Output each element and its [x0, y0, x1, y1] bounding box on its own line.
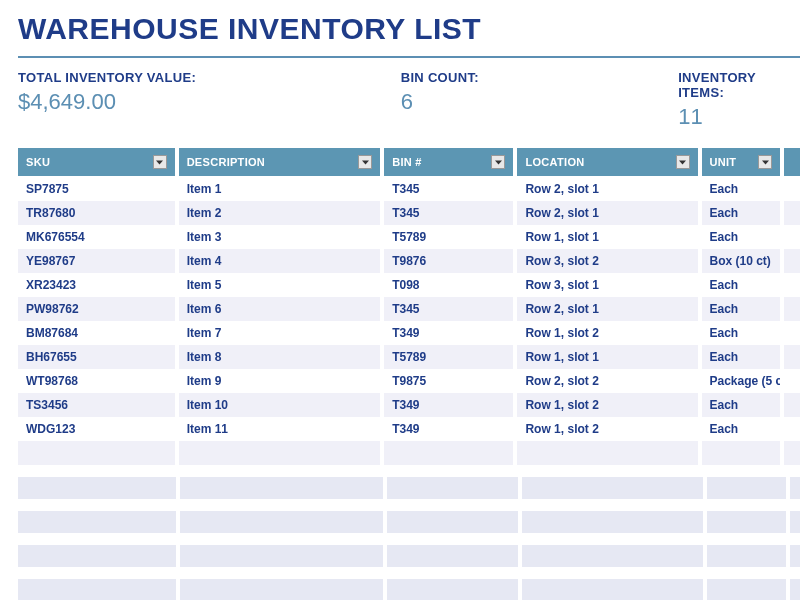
summary-inventory-items: INVENTORY ITEMS: 11: [678, 70, 800, 130]
table-cell[interactable]: Each: [702, 417, 781, 441]
table-cell[interactable]: Each: [702, 273, 781, 297]
table-cell[interactable]: [784, 201, 800, 225]
column-header-bin[interactable]: BIN #: [384, 148, 513, 176]
filter-dropdown-icon[interactable]: [153, 155, 167, 169]
table-row[interactable]: TR87680Item 2T345Row 2, slot 1Each: [18, 201, 800, 225]
table-cell[interactable]: Each: [702, 321, 781, 345]
table-cell[interactable]: Row 1, slot 2: [517, 393, 697, 417]
table-row[interactable]: WDG123Item 11T349Row 1, slot 2Each: [18, 417, 800, 441]
table-cell[interactable]: WT98768: [18, 369, 175, 393]
filter-dropdown-icon[interactable]: [758, 155, 772, 169]
table-cell[interactable]: Item 3: [179, 225, 381, 249]
table-cell[interactable]: T9876: [384, 249, 513, 273]
table-row[interactable]: MK676554Item 3T5789Row 1, slot 1Each: [18, 225, 800, 249]
table-cell[interactable]: Row 1, slot 2: [517, 417, 697, 441]
table-cell[interactable]: Each: [702, 225, 781, 249]
empty-cell: [707, 579, 786, 600]
table-cell[interactable]: WDG123: [18, 417, 175, 441]
table-row[interactable]: PW98762Item 6T345Row 2, slot 1Each: [18, 297, 800, 321]
table-cell[interactable]: MK676554: [18, 225, 175, 249]
table-cell[interactable]: Row 2, slot 1: [517, 201, 697, 225]
column-header-sku[interactable]: SKU: [18, 148, 175, 176]
table-cell[interactable]: PW98762: [18, 297, 175, 321]
empty-cell: [387, 579, 517, 600]
table-cell[interactable]: [784, 417, 800, 441]
filter-dropdown-icon[interactable]: [491, 155, 505, 169]
table-cell[interactable]: YE98767: [18, 249, 175, 273]
table-row[interactable]: SP7875Item 1T345Row 2, slot 1Each: [18, 177, 800, 201]
table-cell[interactable]: T349: [384, 417, 513, 441]
table-cell[interactable]: [784, 249, 800, 273]
table-cell[interactable]: Item 9: [179, 369, 381, 393]
table-cell[interactable]: Row 1, slot 1: [517, 345, 697, 369]
table-cell[interactable]: Item 4: [179, 249, 381, 273]
empty-cell: [180, 511, 383, 533]
table-cell[interactable]: Item 1: [179, 177, 381, 201]
table-cell[interactable]: Item 7: [179, 321, 381, 345]
table-cell[interactable]: [784, 369, 800, 393]
table-cell[interactable]: Item 6: [179, 297, 381, 321]
table-row[interactable]: WT98768Item 9T9875Row 2, slot 2Package (…: [18, 369, 800, 393]
table-cell[interactable]: Item 2: [179, 201, 381, 225]
table-cell[interactable]: [784, 297, 800, 321]
summary-label: BIN COUNT:: [401, 70, 678, 85]
summary-total-value: TOTAL INVENTORY VALUE: $4,649.00: [18, 70, 401, 130]
table-cell[interactable]: TR87680: [18, 201, 175, 225]
table-cell[interactable]: T345: [384, 297, 513, 321]
table-cell[interactable]: BH67655: [18, 345, 175, 369]
table-row[interactable]: BH67655Item 8T5789Row 1, slot 1Each: [18, 345, 800, 369]
table-cell[interactable]: [784, 321, 800, 345]
table-row[interactable]: YE98767Item 4T9876Row 3, slot 2Box (10 c…: [18, 249, 800, 273]
empty-cell: [707, 511, 786, 533]
filter-dropdown-icon[interactable]: [358, 155, 372, 169]
table-cell[interactable]: Box (10 ct): [702, 249, 781, 273]
table-cell[interactable]: Package (5 ct): [702, 369, 781, 393]
table-cell[interactable]: Row 2, slot 1: [517, 177, 697, 201]
table-cell[interactable]: Each: [702, 345, 781, 369]
table-cell[interactable]: TS3456: [18, 393, 175, 417]
column-header-unit[interactable]: UNIT: [702, 148, 781, 176]
table-cell[interactable]: XR23423: [18, 273, 175, 297]
table-cell[interactable]: T349: [384, 321, 513, 345]
table-cell[interactable]: Row 1, slot 2: [517, 321, 697, 345]
empty-cell: [707, 477, 786, 499]
table-cell[interactable]: Each: [702, 297, 781, 321]
table-cell[interactable]: Item 10: [179, 393, 381, 417]
table-cell[interactable]: T5789: [384, 225, 513, 249]
column-header-location[interactable]: LOCATION: [517, 148, 697, 176]
table-cell[interactable]: SP7875: [18, 177, 175, 201]
filter-dropdown-icon[interactable]: [676, 155, 690, 169]
table-cell[interactable]: T349: [384, 393, 513, 417]
table-cell[interactable]: [784, 393, 800, 417]
empty-row-block: [18, 511, 800, 533]
empty-cell: [790, 579, 800, 600]
table-cell[interactable]: [784, 177, 800, 201]
empty-cell: [522, 545, 704, 567]
table-cell[interactable]: T098: [384, 273, 513, 297]
table-cell[interactable]: Each: [702, 201, 781, 225]
table-cell[interactable]: Item 8: [179, 345, 381, 369]
table-cell[interactable]: [784, 345, 800, 369]
table-cell[interactable]: Item 5: [179, 273, 381, 297]
table-cell[interactable]: T9875: [384, 369, 513, 393]
table-row[interactable]: BM87684Item 7T349Row 1, slot 2Each: [18, 321, 800, 345]
table-row[interactable]: TS3456Item 10T349Row 1, slot 2Each: [18, 393, 800, 417]
column-header-description[interactable]: DESCRIPTION: [179, 148, 381, 176]
table-cell[interactable]: [784, 273, 800, 297]
table-cell[interactable]: [784, 225, 800, 249]
table-cell[interactable]: T345: [384, 201, 513, 225]
column-header-partial[interactable]: [784, 148, 800, 176]
table-cell[interactable]: Each: [702, 393, 781, 417]
table-row[interactable]: XR23423Item 5T098Row 3, slot 1Each: [18, 273, 800, 297]
table-cell[interactable]: T345: [384, 177, 513, 201]
table-cell[interactable]: Row 1, slot 1: [517, 225, 697, 249]
table-cell[interactable]: BM87684: [18, 321, 175, 345]
table-cell[interactable]: Row 2, slot 2: [517, 369, 697, 393]
table-cell[interactable]: Row 2, slot 1: [517, 297, 697, 321]
table-cell[interactable]: Row 3, slot 1: [517, 273, 697, 297]
table-cell[interactable]: Row 3, slot 2: [517, 249, 697, 273]
table-cell[interactable]: Each: [702, 177, 781, 201]
table-cell[interactable]: Item 11: [179, 417, 381, 441]
empty-row-block: [18, 477, 800, 499]
table-cell[interactable]: T5789: [384, 345, 513, 369]
